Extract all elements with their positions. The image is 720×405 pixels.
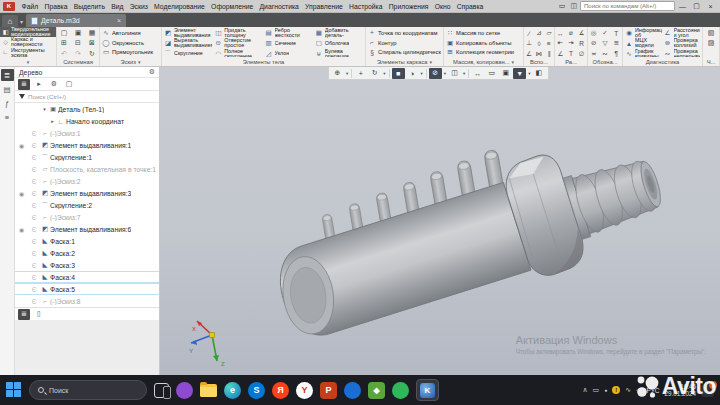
dimension-tool-icon[interactable]: ∡ (576, 28, 587, 38)
menu-management[interactable]: Управление (302, 3, 345, 10)
app-explorer-icon[interactable] (200, 384, 217, 397)
expand-caret-icon[interactable]: ▸ (49, 118, 56, 124)
fit-view-icon[interactable]: ↔ (471, 68, 484, 79)
home-icon[interactable]: ⌂ (2, 15, 18, 27)
app-yandex-icon[interactable]: Я (272, 382, 289, 399)
dimension-tool-icon[interactable]: Т (566, 49, 577, 57)
tree-item-root[interactable]: ▾ ▣ Деталь (Тел-1) (15, 103, 159, 115)
app-skype-icon[interactable]: S (248, 382, 265, 399)
save-icon[interactable]: ▦ (85, 28, 99, 38)
print-icon[interactable]: ⊞ (57, 38, 71, 48)
shaded-view-icon[interactable]: ■ (392, 68, 405, 79)
tree-view-mode-icon[interactable]: ≣ (18, 79, 30, 90)
tree-extra-icon[interactable]: ▢ (63, 79, 75, 90)
tree-search-row[interactable]: Поиск (Ctrl+/) (15, 91, 159, 103)
taskbar-search[interactable]: Поиск (29, 380, 147, 400)
geometry-collection-button[interactable]: ⊞Коллекция геометрии (446, 47, 521, 57)
extrude-button[interactable]: ◩Элемент выдавливания (163, 28, 213, 38)
designation-tool-icon[interactable]: ≌ (611, 38, 622, 48)
menu-help[interactable]: Справка (454, 3, 486, 10)
curvature-graph-button[interactable]: ∿График кривизны (624, 49, 663, 57)
aux-tool-icon[interactable]: ∕ (524, 28, 534, 38)
dimension-tool-icon[interactable]: ↔ (555, 28, 566, 38)
dimension-tool-icon[interactable]: ∅ (576, 49, 587, 57)
designation-tool-icon[interactable]: ▽ (599, 38, 610, 48)
object-info-button[interactable]: ◉Информация об объекте (624, 28, 663, 38)
app-yandex-browser-icon[interactable]: Y (296, 382, 313, 399)
cylindrical-spiral-button[interactable]: §Спираль цилиндрическ... (368, 47, 441, 57)
tree-panel-icon[interactable]: ≣ (1, 69, 14, 81)
full-fillet-button[interactable]: ◠Полное скругление (213, 49, 263, 57)
group-caret-icon[interactable]: ▾ (511, 59, 514, 65)
menu-file[interactable]: Файл (19, 3, 41, 10)
display-mode-icon[interactable]: ◑ (406, 68, 419, 79)
command-search-input[interactable] (580, 1, 675, 11)
pan-icon[interactable]: + (354, 68, 367, 79)
expand-caret-icon[interactable]: ▾ (41, 106, 48, 112)
tree-search-placeholder[interactable]: Поиск (Ctrl+/) (28, 93, 66, 100)
dimension-tool-icon[interactable]: ⇥ (566, 38, 577, 48)
collision-check-button[interactable]: ⊗Проверка коллизий (663, 38, 702, 48)
caret-down-icon[interactable]: ▾ (462, 71, 466, 76)
tab-detail-m3d[interactable]: Деталь.m3d × (26, 14, 126, 27)
mic-tray-icon[interactable]: ● (604, 387, 607, 393)
dimension-tool-icon[interactable]: R (576, 38, 587, 48)
zoom-icon[interactable]: ⊕ (331, 68, 344, 79)
tree-item[interactable]: ◉ Є ◩ Элемент выдавливания:6 (15, 223, 159, 235)
panel-menu-icon[interactable]: ≡ (1, 111, 14, 123)
aux-tool-icon[interactable]: ◊ (534, 38, 544, 48)
tree-expand-icon[interactable]: ▸ (33, 79, 45, 90)
caret-down-icon[interactable]: ▾ (382, 71, 386, 76)
open-document-icon[interactable]: ▣ (71, 28, 85, 38)
tree-item[interactable]: Є ⌐ (-)Эскиз:7 (15, 211, 159, 223)
display-tray-icon[interactable]: ▭ (593, 386, 600, 394)
menu-edit[interactable]: Правка (42, 3, 70, 10)
menu-settings[interactable]: Настройка (346, 3, 385, 10)
extra-tool-icon[interactable]: ▨ (708, 38, 715, 48)
network-tray-icon[interactable]: ∿ (625, 386, 631, 394)
menu-select[interactable]: Выделить (71, 3, 108, 10)
draft-button[interactable]: ◿Уклон (264, 49, 314, 57)
visibility-eye-icon[interactable]: ◉ (15, 190, 28, 197)
refresh-view-icon[interactable]: ▣ (499, 68, 512, 79)
designation-tool-icon[interactable]: ⊘ (588, 38, 599, 48)
visibility-eye-icon[interactable]: ◉ (15, 142, 28, 149)
start-button[interactable] (6, 382, 22, 398)
menu-layout[interactable]: Оформление (209, 3, 256, 10)
hide-objects-icon[interactable]: ⊘ (429, 68, 442, 79)
layers-icon[interactable]: ◫ (448, 68, 461, 79)
tree-item[interactable]: Є ◣ Фаска:2 (15, 247, 159, 259)
tree-item[interactable]: Є ⌐ (-)Эскиз:2 (15, 175, 159, 187)
undo-icon[interactable]: ↶ (57, 49, 71, 59)
app-whatsapp-icon[interactable] (392, 382, 409, 399)
aux-tool-icon[interactable]: ≡ (544, 38, 554, 48)
boolean-button[interactable]: ⊎Булева операция (314, 49, 364, 57)
menu-modeling[interactable]: Моделирование (151, 3, 207, 10)
clip-view-icon[interactable]: ▭ (485, 68, 498, 79)
distance-angle-button[interactable]: ∠Расстояние и угол (663, 28, 702, 38)
tree-structure-icon[interactable]: ≣ (18, 309, 30, 320)
app-music-icon[interactable] (176, 382, 193, 399)
tree-item[interactable]: Є ◣ Фаска:3 (15, 259, 159, 271)
continuity-check-button[interactable]: ∾Проверка непрерывности (663, 49, 702, 57)
tab-list-caret-icon[interactable]: ▾ (19, 18, 26, 27)
extra-tool-icon[interactable]: ▧ (708, 28, 715, 38)
caret-down-icon[interactable]: ▾ (527, 71, 531, 76)
app-edge-icon[interactable]: e (224, 382, 241, 399)
autoline-button[interactable]: ∿Автолиния (102, 28, 159, 38)
designation-tool-icon[interactable]: ∾ (599, 49, 610, 57)
circle-button[interactable]: ◯Окружность (102, 38, 159, 48)
tab-close-icon[interactable]: × (117, 17, 121, 24)
structure-panel-icon[interactable]: ▤ (1, 83, 14, 95)
fillet-button[interactable]: ⌒Скругление (163, 49, 213, 57)
dimension-tool-icon[interactable]: ⌀ (566, 28, 577, 38)
caret-down-icon[interactable]: ▾ (420, 71, 424, 76)
maximize-button[interactable]: ▢ (690, 1, 703, 12)
app-kompas-active[interactable]: K (416, 379, 439, 401)
designation-tool-icon[interactable]: ✓ (599, 28, 610, 38)
tree-item[interactable]: Є ⌐ (-)Эскиз:1 (15, 127, 159, 139)
aux-tool-icon[interactable]: ▱ (544, 28, 554, 38)
dimension-tool-icon[interactable]: ⇤ (555, 38, 566, 48)
point-by-coords-button[interactable]: +Точка по координатам (368, 28, 441, 38)
3d-viewport[interactable]: ⊕▾ + ↻▾ ■ ◑▾ ⊘▾ ◫▾ ↔ ▭ ▣ ▼▾ ◧ (160, 67, 720, 375)
